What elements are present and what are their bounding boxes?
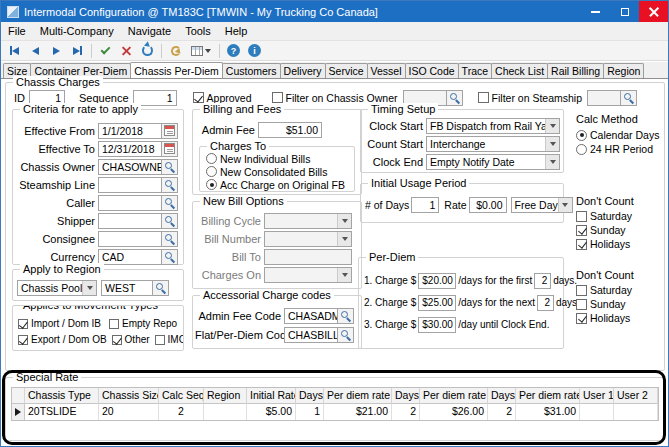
sunday-checkbox[interactable]: Sunday <box>576 298 664 310</box>
undo-button[interactable] <box>165 42 186 60</box>
lookup-button[interactable] <box>447 90 463 106</box>
imc-checkbox[interactable]: IMC <box>155 334 184 345</box>
column-header[interactable]: Calc Seq <box>159 388 204 404</box>
shipper-field[interactable] <box>98 213 162 229</box>
flat-per-diem-code-field[interactable]: CHASBILL <box>284 327 338 343</box>
clock-end-select[interactable]: Empty Notify Date <box>426 154 560 170</box>
column-header[interactable]: Region <box>204 388 247 404</box>
lookup-button[interactable] <box>162 249 178 265</box>
count-start-select[interactable]: Interchange <box>426 136 560 152</box>
column-header[interactable]: User 1 <box>580 388 614 404</box>
new-individual-bills-radio[interactable]: New Individual Bills <box>206 153 310 165</box>
steamship-line-field[interactable] <box>98 177 162 193</box>
cell-chassis-size[interactable]: 20 <box>99 404 159 420</box>
cell-per-diem-rate-3[interactable]: $31.00 <box>516 404 580 420</box>
region-field[interactable]: WEST <box>101 280 153 296</box>
menu-multi-company[interactable]: Multi-Company <box>33 22 121 40</box>
consignee-field[interactable] <box>98 231 162 247</box>
saturday-checkbox[interactable]: Saturday <box>576 284 664 296</box>
tab-delivery[interactable]: Delivery <box>280 63 326 78</box>
region-mode-select[interactable]: Chassis Pool <box>17 280 97 296</box>
charge-amount-field[interactable]: $30.00 <box>418 317 456 333</box>
row-selector-cell[interactable] <box>12 404 25 420</box>
caller-field[interactable] <box>98 195 162 211</box>
sunday-checkbox[interactable]: Sunday <box>576 224 664 236</box>
lookup-button[interactable] <box>621 90 637 106</box>
refresh-button[interactable] <box>137 42 158 60</box>
menu-help[interactable]: Help <box>218 22 255 40</box>
previous-record-button[interactable] <box>25 42 46 60</box>
tab-iso-code[interactable]: ISO Code <box>405 63 459 78</box>
maximize-button[interactable] <box>610 1 639 22</box>
column-header[interactable]: Chassis Type <box>25 388 99 404</box>
chassis-owner-field[interactable]: CHASOWNER <box>98 159 162 175</box>
cell-user-1[interactable] <box>580 404 614 420</box>
lookup-button[interactable] <box>162 195 178 211</box>
initial-days-field[interactable]: 1 <box>411 197 439 213</box>
close-button[interactable] <box>639 1 668 22</box>
column-header[interactable]: Days <box>392 388 420 404</box>
lookup-button[interactable] <box>162 213 178 229</box>
column-header[interactable]: Days <box>296 388 324 404</box>
cell-per-diem-rate-2[interactable]: $26.00 <box>420 404 488 420</box>
column-header[interactable]: Initial Rate <box>247 388 296 404</box>
charge-days-field[interactable]: 2 <box>534 273 551 289</box>
cell-days-2[interactable]: 2 <box>392 404 420 420</box>
clock-start-select[interactable]: FB Dispatch from Rail Yard <box>426 118 560 134</box>
column-header[interactable]: Per diem rate 2 <box>420 388 488 404</box>
grid-view-button[interactable] <box>186 42 216 60</box>
tab-check-list[interactable]: Check List <box>491 63 548 78</box>
admin-fee-field[interactable]: $51.00 <box>258 122 322 138</box>
tab-trace[interactable]: Trace <box>458 63 492 78</box>
cell-chassis-type[interactable]: 20TSLIDE <box>25 404 99 420</box>
menu-tools[interactable]: Tools <box>178 22 218 40</box>
calendar-days-radio[interactable]: Calendar Days <box>576 129 664 141</box>
calendar-button[interactable] <box>162 141 178 157</box>
holidays-checkbox[interactable]: Holidays <box>576 312 664 324</box>
tab-service[interactable]: Service <box>325 63 368 78</box>
admin-fee-code-field[interactable]: CHASADM <box>284 308 338 324</box>
tab-rail-billing[interactable]: Rail Billing <box>547 63 604 78</box>
tab-vessel[interactable]: Vessel <box>367 63 406 78</box>
menu-navigate[interactable]: Navigate <box>121 22 178 40</box>
holidays-checkbox[interactable]: Holidays <box>576 238 664 250</box>
filter-chassis-owner-checkbox[interactable]: Filter on Chassis Owner <box>272 92 398 104</box>
initial-rate-field[interactable]: $0.00 <box>469 197 507 213</box>
new-consolidated-bills-radio[interactable]: New Consolidated Bills <box>206 166 327 178</box>
minimize-button[interactable] <box>581 1 610 22</box>
column-header[interactable]: Days <box>488 388 516 404</box>
charge-days-field[interactable]: 2 <box>537 295 554 311</box>
approved-checkbox[interactable]: Approved <box>193 92 252 104</box>
lookup-button[interactable] <box>162 159 178 175</box>
cell-user-2[interactable] <box>614 404 658 420</box>
effective-from-field[interactable]: 1/1/2018 <box>98 123 162 139</box>
cell-per-diem-rate-1[interactable]: $21.00 <box>324 404 392 420</box>
filter-steamship-checkbox[interactable]: Filter on Steamship <box>478 92 582 104</box>
saturday-checkbox[interactable]: Saturday <box>576 210 664 222</box>
rate-mode-select[interactable]: Free Days <box>511 197 573 213</box>
help-button[interactable]: ? <box>223 42 244 60</box>
column-header[interactable]: Chassis Size <box>99 388 159 404</box>
lookup-button[interactable] <box>162 231 178 247</box>
tab-region[interactable]: Region <box>603 63 644 78</box>
cell-days-1[interactable]: 1 <box>296 404 324 420</box>
accept-button[interactable] <box>95 42 116 60</box>
calendar-button[interactable] <box>162 123 178 139</box>
acc-charge-original-fb-radio[interactable]: Acc Charge on Original FB <box>206 179 345 191</box>
filter-steamship-field[interactable] <box>587 90 621 106</box>
tab-customers[interactable]: Customers <box>222 63 281 78</box>
next-record-button[interactable] <box>46 42 67 60</box>
lookup-button[interactable] <box>162 177 178 193</box>
charge-amount-field[interactable]: $25.00 <box>418 295 456 311</box>
info-button[interactable]: i <box>244 42 265 60</box>
cell-days-3[interactable]: 2 <box>488 404 516 420</box>
first-record-button[interactable] <box>4 42 25 60</box>
tab-chassis-per-diem[interactable]: Chassis Per-Diem <box>130 62 223 79</box>
column-header[interactable]: Per diem rate 1 <box>324 388 392 404</box>
effective-to-field[interactable]: 12/31/2018 <box>98 141 162 157</box>
24hr-period-radio[interactable]: 24 HR Period <box>576 143 664 155</box>
cancel-button[interactable] <box>116 42 137 60</box>
cell-calc-seq[interactable]: 2 <box>159 404 204 420</box>
cell-initial-rate[interactable]: $5.00 <box>247 404 296 420</box>
cell-region[interactable] <box>204 404 247 420</box>
